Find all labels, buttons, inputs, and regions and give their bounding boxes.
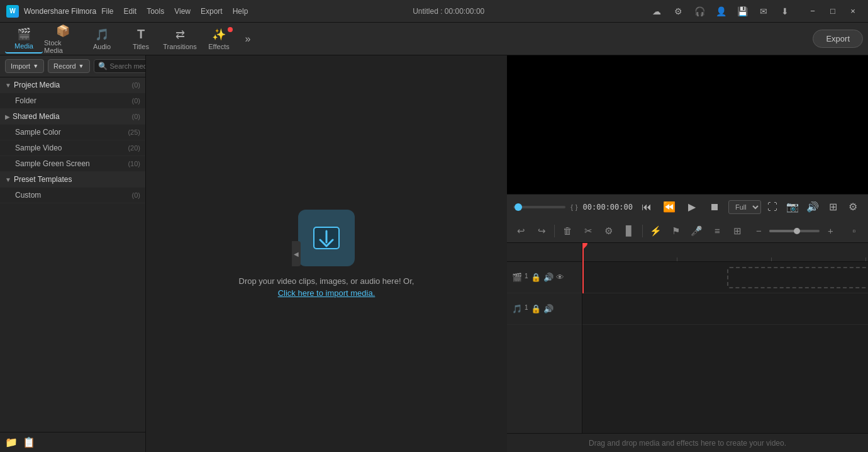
mute-audio-icon[interactable]: 🔊: [543, 304, 554, 314]
zoom-select[interactable]: Full: [728, 200, 761, 214]
notification-icon[interactable]: ✉: [756, 4, 771, 19]
silence-detect-button[interactable]: ≡: [709, 223, 725, 239]
menu-tools[interactable]: Tools: [147, 7, 164, 16]
record-button[interactable]: Record ▼: [48, 59, 89, 73]
menu-view[interactable]: View: [174, 7, 191, 16]
settings-icon[interactable]: ⚙: [670, 4, 686, 19]
tree-sample-green-screen[interactable]: Sample Green Screen (10): [0, 156, 145, 172]
cut-button[interactable]: ✂: [581, 223, 596, 239]
search-input[interactable]: [110, 62, 147, 70]
skip-back-button[interactable]: ⏮: [638, 198, 655, 216]
add-item-icon[interactable]: 📋: [23, 436, 35, 448]
tool-media[interactable]: 🎬 Media: [5, 25, 43, 54]
snapshot-icon[interactable]: 📷: [784, 198, 801, 216]
tool-effects[interactable]: ✨ Effects: [200, 25, 238, 54]
export-button[interactable]: Export: [813, 30, 863, 48]
drop-text-link[interactable]: Click here to import media.: [239, 288, 415, 298]
maximize-button[interactable]: □: [824, 3, 842, 20]
menu-help[interactable]: Help: [233, 7, 248, 16]
seek-handle[interactable]: [515, 203, 522, 211]
tree-preset-templates[interactable]: ▼ Preset Templates: [0, 172, 145, 188]
menu-export[interactable]: Export: [201, 7, 223, 16]
tree-shared-media[interactable]: ▶ Shared Media (0): [0, 109, 145, 125]
video-track-number: 1: [525, 273, 528, 282]
tool-titles[interactable]: T Titles: [122, 25, 160, 54]
media-tree: ▼ Project Media (0) Folder (0) ▶ Shared …: [0, 77, 145, 432]
tree-shared-media-count: (0): [132, 113, 140, 120]
video-track-icon: 🎬: [512, 273, 522, 282]
record-voice-button[interactable]: 🎤: [689, 223, 704, 239]
undo-button[interactable]: ↩: [513, 223, 529, 239]
properties-button[interactable]: ⚙: [601, 223, 617, 239]
tree-folder[interactable]: Folder (0): [0, 93, 145, 109]
close-button[interactable]: ×: [844, 3, 862, 20]
multicam-button[interactable]: ⊞: [730, 223, 746, 239]
save-icon[interactable]: 💾: [735, 4, 750, 19]
hide-video-icon[interactable]: 👁: [556, 273, 564, 282]
timeline-area: ↩ ↪ 🗑 ✂ ⚙ ▊ ⚡ ⚑ 🎤 ≡ ⊞ −: [507, 219, 868, 452]
track-label-video: 🎬 1 🔒 🔊 👁: [507, 262, 582, 293]
play-button[interactable]: ▶: [683, 198, 701, 216]
toolbar-divider-1: [554, 225, 555, 237]
minimize-button[interactable]: −: [804, 3, 821, 20]
menu-file[interactable]: File: [101, 7, 113, 16]
step-back-button[interactable]: ⏪: [660, 198, 678, 216]
tree-sample-color[interactable]: Sample Color (25): [0, 125, 145, 140]
tree-sample-color-count: (25): [128, 128, 140, 136]
titles-icon: T: [137, 27, 145, 42]
import-button[interactable]: Import ▼: [5, 59, 44, 73]
layout-icon[interactable]: ⊞: [824, 198, 842, 216]
drop-text-main: Drop your video clips, images, or audio …: [239, 276, 415, 286]
preview-controls: { } 00:00:00:00 ⏮ ⏪ ▶ ⏹ Full ⛶ 📷 🔊 ⊞: [507, 194, 868, 219]
timecode-display: 00:00:00:00: [583, 203, 633, 212]
tree-project-media[interactable]: ▼ Project Media (0): [0, 77, 145, 93]
preview-right-controls: Full ⛶ 📷 🔊 ⊞ ⚙: [728, 198, 862, 216]
timeline-content: 00:00 00:00:00:05 00:00:00:10: [582, 243, 868, 433]
headphones-icon[interactable]: 🎧: [692, 4, 707, 19]
zoom-in-button[interactable]: +: [822, 223, 838, 239]
delete-button[interactable]: 🗑: [560, 223, 576, 239]
fullscreen-icon[interactable]: ⛶: [764, 198, 781, 216]
add-folder-icon[interactable]: 📁: [5, 436, 18, 448]
marker-button[interactable]: ⚑: [669, 223, 684, 239]
search-box: 🔍: [94, 59, 147, 73]
tool-stock-media[interactable]: 📦 Stock Media: [44, 25, 82, 54]
settings-preview-icon[interactable]: ⚙: [844, 198, 862, 216]
ruler-spacer: [507, 243, 582, 262]
stop-button[interactable]: ⏹: [706, 198, 723, 216]
effects-icon: ✨: [212, 28, 226, 42]
volume-icon[interactable]: 🔊: [804, 198, 821, 216]
collapse-handle[interactable]: ◀: [292, 241, 301, 266]
tool-stock-label: Stock Media: [44, 39, 82, 54]
zoom-out-button[interactable]: −: [750, 223, 767, 239]
zoom-handle[interactable]: [794, 228, 800, 234]
tool-titles-label: Titles: [133, 43, 149, 50]
account-icon[interactable]: 👤: [713, 4, 728, 19]
seek-bar[interactable]: [513, 206, 565, 208]
media-drop-area[interactable]: Drop your video clips, images, or audio …: [146, 55, 507, 452]
redo-button[interactable]: ↪: [534, 223, 550, 239]
tree-sample-video[interactable]: Sample Video (20): [0, 140, 145, 156]
audio-waveform-button[interactable]: ▊: [621, 223, 637, 239]
mute-video-icon[interactable]: 🔊: [543, 273, 554, 282]
menu-edit[interactable]: Edit: [124, 7, 137, 16]
zoom-slider[interactable]: [769, 230, 820, 232]
toolbar-more-button[interactable]: »: [239, 30, 257, 48]
title-bar-left: W Wondershare Filmora File Edit Tools Vi…: [6, 5, 248, 18]
tool-transitions[interactable]: ⇄ Transitions: [161, 25, 199, 54]
tree-sample-color-label: Sample Color: [15, 128, 61, 137]
tree-custom[interactable]: Custom (0): [0, 188, 145, 203]
import-label: Import: [11, 62, 30, 70]
playhead[interactable]: [582, 243, 584, 293]
bracket-end-icon: }: [576, 203, 578, 211]
tool-audio[interactable]: 🎵 Audio: [83, 25, 121, 54]
scene-detect-button[interactable]: ⚡: [648, 223, 664, 239]
lock-audio-icon[interactable]: 🔒: [531, 304, 541, 314]
tree-sample-video-count: (20): [128, 144, 140, 152]
ruler-marks: 00:00 00:00:00:05 00:00:00:10: [582, 243, 868, 261]
fit-button[interactable]: ▫: [846, 223, 862, 239]
download-icon[interactable]: ⬇: [777, 4, 793, 19]
media-icon: 🎬: [17, 27, 31, 41]
cloud-icon[interactable]: ☁: [649, 4, 664, 19]
lock-video-icon[interactable]: 🔒: [531, 273, 541, 282]
